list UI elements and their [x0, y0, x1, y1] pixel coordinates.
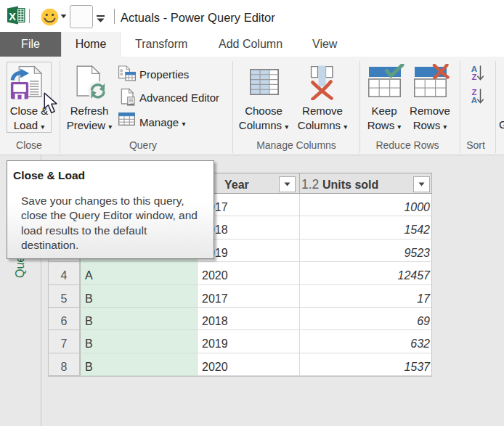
svg-text:A: A: [471, 96, 477, 105]
svg-text:X: X: [9, 11, 16, 22]
svg-text:Z: Z: [471, 73, 476, 81]
